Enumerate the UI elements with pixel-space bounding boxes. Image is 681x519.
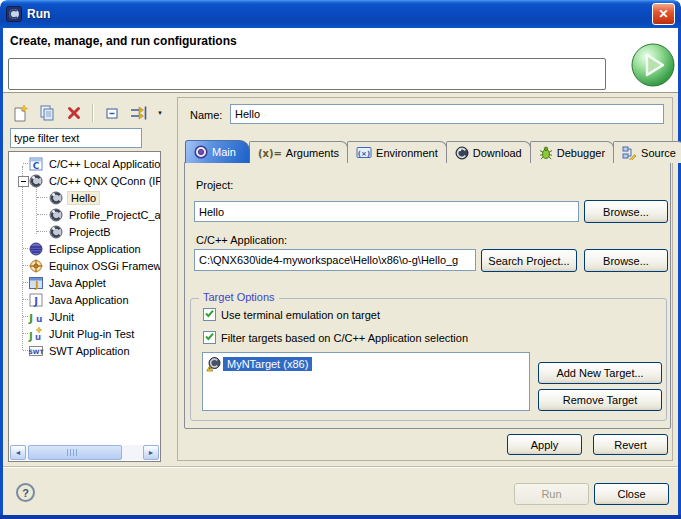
main-icon [194, 145, 208, 159]
tree-item-projectb[interactable]: ProjectB [9, 223, 160, 240]
collapse-all-icon [103, 104, 121, 122]
junit-plugin-icon: Ju [28, 326, 44, 342]
tree-horizontal-scrollbar[interactable]: ◄ ► [10, 445, 159, 460]
duplicate-configuration-button[interactable] [35, 101, 59, 125]
java-applet-icon: J [28, 275, 44, 291]
configurations-tree[interactable]: CC/C++ Local ApplicationC/C++ QNX QConn … [8, 151, 161, 462]
scroll-left-button[interactable]: ◄ [10, 445, 26, 460]
svg-text:(x)=: (x)= [258, 148, 282, 159]
debugger-icon [539, 146, 553, 160]
java-app-icon: J [28, 292, 44, 308]
target-options-legend: Target Options [199, 291, 279, 303]
source-icon [622, 146, 637, 160]
window-border-bottom [0, 515, 681, 519]
c-local-icon: C [28, 156, 44, 172]
close-icon: ✕ [658, 7, 668, 21]
tree-item-eclipse-application[interactable]: Eclipse Application [9, 240, 160, 257]
tree-item-label: Java Applet [47, 277, 108, 289]
run-dialog: Run ✕ Create, manage, and run configurat… [0, 0, 681, 519]
tab-label: Main [212, 146, 236, 158]
tree-item-label: Java Application [47, 294, 131, 306]
tree-item-hello[interactable]: Hello [9, 189, 160, 206]
svg-text:J: J [28, 331, 33, 342]
tree-item-label: Equinox OSGi Framewo [47, 260, 160, 272]
equinox-icon [28, 258, 44, 274]
banner-message-area [8, 58, 606, 90]
arguments-icon: (x)= [258, 147, 282, 159]
svg-text:(×): (×) [358, 149, 370, 157]
tree-rows: CC/C++ Local ApplicationC/C++ QNX QConn … [9, 155, 160, 359]
tab-label: Source [641, 147, 676, 159]
tree-item-label: C/C++ QNX QConn (IP [47, 175, 160, 187]
tree-item-c-c-local-application[interactable]: CC/C++ Local Application [9, 155, 160, 172]
tree-item-label: SWT Application [47, 345, 132, 357]
filter-icon [129, 104, 150, 122]
tree-item-label: JUnit Plug-in Test [47, 328, 136, 340]
name-input[interactable] [230, 104, 664, 124]
tree-item-profile-projectc-ap[interactable]: Profile_ProjectC_ap [9, 206, 160, 223]
eclipse-icon [28, 241, 44, 257]
tree-item-label: Eclipse Application [47, 243, 143, 255]
revert-button[interactable]: Revert [593, 434, 668, 455]
tree-item-java-application[interactable]: JJava Application [9, 291, 160, 308]
filter-input[interactable] [10, 128, 142, 148]
tab-label: Debugger [557, 147, 605, 159]
tab-arguments[interactable]: (x)=Arguments [249, 141, 348, 163]
close-window-button[interactable]: ✕ [652, 3, 675, 25]
new-config-icon [11, 104, 30, 123]
banner-title: Create, manage, and run configurations [10, 34, 237, 48]
window-border-left [0, 28, 3, 516]
collapse-all-button[interactable] [100, 101, 124, 125]
duplicate-icon [38, 104, 56, 122]
svg-text:J: J [34, 280, 38, 290]
run-button[interactable]: Run [514, 483, 589, 505]
scroll-right-icon: ► [148, 449, 155, 456]
window-title: Run [27, 7, 50, 21]
new-configuration-button[interactable] [8, 101, 32, 125]
tab-debugger[interactable]: Debugger [530, 141, 614, 163]
expander-minus-icon[interactable] [18, 176, 29, 187]
toolbar-separator [92, 104, 94, 122]
scrollbar-thumb[interactable] [28, 445, 122, 460]
toolbar: ▼ [8, 101, 166, 125]
qnx-icon [28, 173, 44, 189]
tree-item-swt-application[interactable]: SWTSWT Application [9, 342, 160, 359]
tree-item-junit[interactable]: JuJUnit [9, 308, 160, 325]
scroll-left-icon: ◄ [15, 449, 22, 456]
tree-item-equinox-osgi-framewo[interactable]: Equinox OSGi Framewo [9, 257, 160, 274]
svg-text:u: u [35, 332, 41, 342]
tree-item-junit-plug-in-test[interactable]: JuJUnit Plug-in Test [9, 325, 160, 342]
download-icon [455, 146, 469, 160]
tree-item-c-c-qnx-qconn-ip[interactable]: C/C++ QNX QConn (IP [9, 172, 160, 189]
tree-item-java-applet[interactable]: JJava Applet [9, 274, 160, 291]
qnx-icon [48, 207, 64, 223]
help-button[interactable]: ? [16, 483, 35, 502]
name-label: Name: [190, 109, 222, 121]
tab-environment[interactable]: (×)Environment [347, 141, 447, 163]
tree-item-label: Hello [67, 191, 100, 205]
junit-icon: Ju [28, 309, 44, 325]
tree-item-label: Profile_ProjectC_ap [67, 209, 160, 221]
scroll-right-button[interactable]: ► [143, 445, 159, 460]
tree-item-label: C/C++ Local Application [47, 158, 160, 170]
delete-configuration-button[interactable] [62, 101, 86, 125]
app-icon [6, 6, 22, 22]
filter-dropdown-caret-icon[interactable]: ▼ [154, 110, 166, 116]
qnx-icon [48, 190, 64, 206]
svg-text:SWT: SWT [28, 347, 44, 354]
run-banner-icon [630, 42, 676, 88]
apply-button[interactable]: Apply [507, 434, 582, 455]
filter-configurations-button[interactable] [127, 101, 151, 125]
svg-text:C: C [33, 161, 40, 171]
tab-main[interactable]: Main [185, 140, 250, 163]
swt-icon: SWT [28, 343, 44, 359]
close-button[interactable]: Close [594, 483, 669, 505]
tree-item-label: ProjectB [67, 226, 113, 238]
qnx-icon [48, 224, 64, 240]
tab-source[interactable]: Source [613, 141, 681, 163]
tab-download[interactable]: Download [446, 141, 531, 163]
svg-text:J: J [33, 295, 38, 306]
tab-label: Environment [376, 147, 438, 159]
svg-text:u: u [36, 313, 42, 323]
titlebar: Run ✕ [0, 0, 681, 28]
